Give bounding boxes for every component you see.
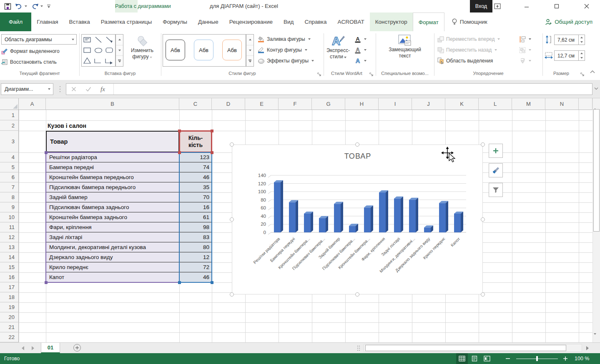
table-row-value[interactable]: 98	[179, 222, 212, 232]
column-header-J[interactable]: J	[412, 98, 445, 110]
table-row-name[interactable]: Задні ліхтарі	[46, 232, 179, 242]
chart-bar[interactable]	[349, 224, 358, 232]
column-header-E[interactable]: E	[245, 98, 279, 110]
column-header-F[interactable]: F	[279, 98, 312, 110]
table-row-name[interactable]: Фари, кріплення	[46, 222, 179, 232]
column-header-K[interactable]: K	[445, 98, 479, 110]
chart-bar[interactable]	[379, 190, 388, 232]
vertical-scrollbar[interactable]	[592, 98, 600, 342]
collapse-ribbon-button[interactable]	[590, 69, 595, 76]
table-row-value[interactable]: 61	[179, 212, 212, 222]
range-handle[interactable]	[45, 151, 48, 154]
row-header-1[interactable]: 1	[0, 110, 19, 120]
shape-style-swatch-2[interactable]: Абв	[194, 40, 213, 60]
column-header-M[interactable]: M	[512, 98, 545, 110]
normal-view-button[interactable]	[456, 353, 468, 364]
alt-text-button[interactable]: Замещающий текст	[387, 34, 422, 70]
format-selection-button[interactable]: Формат выделенного	[1, 47, 60, 56]
table-header-quantity[interactable]: Кіль-кість	[179, 131, 212, 152]
cancel-icon[interactable]	[71, 87, 76, 92]
insert-function-icon[interactable]: fx	[100, 86, 105, 93]
styles-more-icon[interactable]	[246, 56, 254, 66]
sheet-nav-right-icon[interactable]	[32, 346, 34, 350]
scroll-right-icon[interactable]	[586, 346, 589, 350]
chart-selection-handle[interactable]	[230, 217, 234, 222]
wordart-dialog-launcher[interactable]	[369, 71, 374, 76]
gallery-scroll-down-icon[interactable]	[116, 45, 123, 56]
tab-конструктор[interactable]: Конструктор	[370, 12, 413, 31]
expand-formula-bar-icon[interactable]	[594, 87, 598, 90]
table-row-value[interactable]: 80	[179, 242, 212, 252]
table-row-value[interactable]: 72	[179, 262, 212, 272]
table-row-name[interactable]: Капот	[46, 272, 179, 282]
formula-bar-splitter[interactable]	[59, 85, 61, 93]
selection-pane-button[interactable]: Область выделения	[437, 56, 493, 65]
chart-category-label[interactable]: Капот	[450, 236, 461, 247]
column-header-I[interactable]: I	[379, 98, 412, 110]
row-header-9[interactable]: 9	[0, 202, 19, 212]
table-row-name[interactable]: Підсилювач бампера переднього	[46, 182, 179, 192]
column-header-L[interactable]: L	[479, 98, 512, 110]
row-header-21[interactable]: 21	[0, 322, 19, 332]
row-header-3[interactable]: 3	[0, 131, 19, 152]
row-header-14[interactable]: 14	[0, 252, 19, 262]
styles-scroll-up-icon[interactable]	[246, 35, 254, 45]
range-handle[interactable]	[178, 130, 181, 132]
chart-selection-handle[interactable]	[481, 217, 485, 222]
table-row-value[interactable]: 83	[179, 232, 212, 242]
range-handle[interactable]	[178, 281, 181, 284]
chart-bar[interactable]	[274, 180, 283, 232]
tab-данные[interactable]: Данные	[193, 12, 224, 31]
text-effects-button[interactable]: А	[354, 56, 367, 65]
chart-y-tick-label[interactable]: 120	[258, 181, 266, 186]
column-header-A[interactable]: A	[19, 98, 46, 110]
chart-selection-handle[interactable]	[355, 292, 359, 297]
column-header-C[interactable]: C	[179, 98, 212, 110]
scroll-up-icon[interactable]	[594, 101, 596, 109]
scroll-down-icon[interactable]	[594, 335, 596, 342]
sheet-tab-01[interactable]: 01	[41, 343, 60, 353]
chart-y-tick-label[interactable]: 140	[258, 173, 266, 178]
row-header-18[interactable]: 18	[0, 292, 19, 302]
chart-bar[interactable]	[289, 200, 298, 232]
table-row-value[interactable]: 46	[179, 272, 212, 282]
row-header-16[interactable]: 16	[0, 272, 19, 282]
row-header-8[interactable]: 8	[0, 192, 19, 202]
redo-button[interactable]	[31, 3, 43, 10]
horizontal-scroll-thumb[interactable]	[365, 345, 566, 351]
tab-файл[interactable]: Файл	[0, 12, 31, 31]
width-spinner[interactable]	[578, 51, 585, 60]
table-row-name[interactable]: Крило переднє	[46, 262, 179, 272]
table-row-value[interactable]: 70	[179, 192, 212, 202]
tab-общий-доступ[interactable]: Общий доступ	[540, 12, 600, 31]
chart-selection-handle[interactable]	[230, 142, 234, 147]
chart-bar[interactable]	[319, 216, 328, 232]
chart-selection-handle[interactable]	[230, 292, 234, 297]
text-fill-button[interactable]: А	[354, 35, 367, 44]
quick-styles-button[interactable]: А Экспресс- стили	[325, 34, 351, 70]
table-row-name[interactable]: Задній бампер	[46, 192, 179, 202]
tab-формулы[interactable]: Формулы	[157, 12, 193, 31]
page-break-preview-button[interactable]	[481, 353, 493, 364]
table-row-value[interactable]: 35	[179, 182, 212, 192]
row-header-12[interactable]: 12	[0, 232, 19, 242]
tab-разметка-страницы[interactable]: Разметка страницы	[95, 12, 157, 31]
table-header-product[interactable]: Товар	[46, 131, 179, 152]
row-header-17[interactable]: 17	[0, 282, 19, 292]
chart-elements-button[interactable]	[489, 144, 503, 158]
column-header-N[interactable]: N	[545, 98, 579, 110]
tab-вставка[interactable]: Вставка	[64, 12, 95, 31]
customize-qat-button[interactable]	[47, 4, 51, 9]
table-section-title[interactable]: Кузов і салон	[48, 120, 173, 131]
row-header-5[interactable]: 5	[0, 162, 19, 172]
ribbon-display-options-button[interactable]	[488, 0, 507, 12]
vertical-scroll-thumb[interactable]	[593, 109, 600, 232]
row-header-6[interactable]: 6	[0, 172, 19, 182]
tab-главная[interactable]: Главная	[31, 12, 63, 31]
zoom-out-button[interactable]	[502, 353, 514, 364]
chart-bar[interactable]	[409, 198, 418, 232]
page-layout-view-button[interactable]	[469, 353, 480, 364]
tab-bar-splitter[interactable]	[357, 345, 360, 352]
table-row-name[interactable]: Бампера передні	[46, 162, 179, 172]
horizontal-scrollbar[interactable]	[364, 344, 582, 352]
